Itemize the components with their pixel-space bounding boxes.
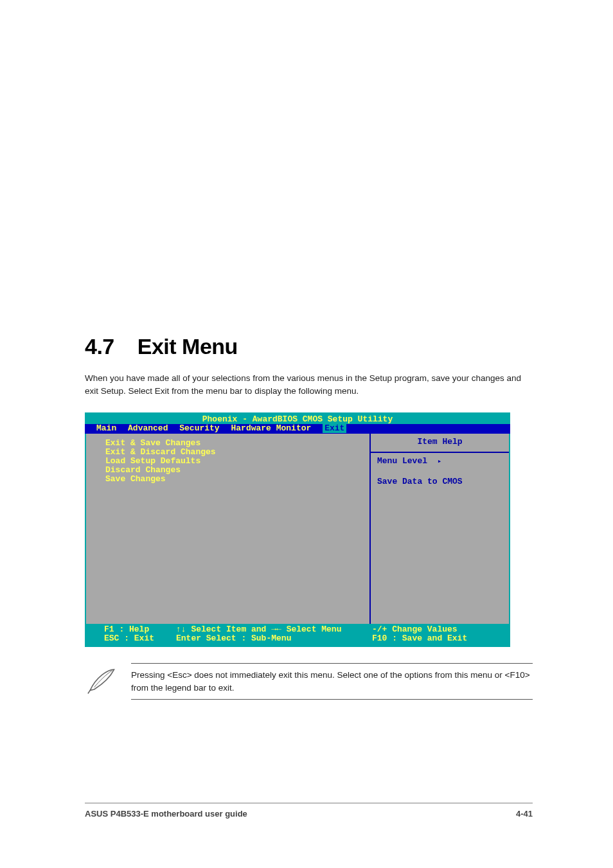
bios-menu-level: Menu Level ▸: [377, 457, 502, 466]
bios-item-exit-discard[interactable]: Exit & Discard Changes: [105, 448, 363, 457]
bios-item-exit-save[interactable]: Exit & Save Changes: [105, 439, 363, 448]
tab-security[interactable]: Security: [179, 423, 219, 433]
tab-exit[interactable]: Exit: [323, 423, 346, 433]
page-footer-rule: [85, 802, 533, 804]
feather-pen-icon: [85, 663, 121, 699]
bios-help-text: Save Data to CMOS: [377, 477, 502, 486]
footer-esc-exit: ESC : Exit: [104, 634, 176, 643]
bios-item-load-defaults[interactable]: Load Setup Defaults: [105, 457, 363, 466]
note-rule-top: [131, 663, 533, 664]
footer-select-item: ↑↓ Select Item and →← Select Menu: [176, 625, 372, 634]
bios-item-list: Exit & Save Changes Exit & Discard Chang…: [86, 434, 371, 624]
tab-hardware-monitor[interactable]: Hardware Monitor: [231, 423, 312, 433]
bios-footer: F1 : Help ↑↓ Select Item and →← Select M…: [85, 624, 510, 647]
intro-paragraph: When you have made all of your selection…: [85, 372, 533, 397]
bios-title: Phoenix - AwardBIOS CMOS Setup Utility: [85, 412, 510, 424]
bios-item-discard[interactable]: Discard Changes: [105, 466, 363, 475]
bios-item-save[interactable]: Save Changes: [105, 475, 363, 484]
footer-left: ASUS P4B533-E motherboard user guide: [85, 809, 247, 819]
triangle-right-icon: ▸: [438, 457, 442, 465]
menu-level-label: Menu Level: [377, 456, 427, 466]
footer-change-values: -/+ Change Values: [372, 625, 502, 634]
footer-f10-save: F10 : Save and Exit: [372, 634, 502, 643]
page-footer: ASUS P4B533-E motherboard user guide 4-4…: [85, 809, 533, 819]
bios-help-title: Item Help: [377, 438, 502, 447]
note-text: Pressing <Esc> does not immediately exit…: [131, 669, 533, 694]
footer-right: 4-41: [516, 809, 533, 819]
section-number: 4.7: [85, 334, 114, 359]
tab-main[interactable]: Main: [96, 423, 116, 433]
bios-menubar: Main Advanced Security Hardware Monitor …: [85, 424, 510, 434]
footer-f1-help: F1 : Help: [104, 625, 176, 634]
footer-enter-submenu: Enter Select : Sub-Menu: [176, 634, 372, 643]
note-block: Pressing <Esc> does not immediately exit…: [85, 663, 533, 700]
note-rule-bottom: [131, 699, 533, 700]
section-heading: 4.7Exit Menu: [85, 334, 533, 359]
tab-advanced[interactable]: Advanced: [128, 423, 168, 433]
bios-screenshot: Phoenix - AwardBIOS CMOS Setup Utility M…: [85, 412, 510, 650]
section-title: Exit Menu: [138, 334, 238, 359]
bios-help-panel: Item Help Menu Level ▸ Save Data to CMOS: [371, 434, 509, 624]
